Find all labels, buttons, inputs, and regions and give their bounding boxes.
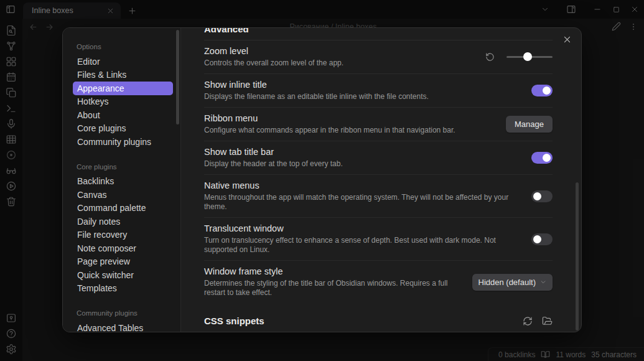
window-frame-style-dropdown[interactable]: Hidden (default) xyxy=(472,274,553,291)
nav-item-templates[interactable]: Templates xyxy=(73,282,173,296)
setting-name: Translucent window xyxy=(204,223,519,233)
setting-name: Window frame style xyxy=(204,266,460,276)
refresh-icon[interactable] xyxy=(523,316,533,326)
setting-desc: Configure what commands appear in the ri… xyxy=(204,126,493,135)
nav-item-about[interactable]: About xyxy=(73,108,173,122)
setting-desc: Turn on translucency effect to enhance a… xyxy=(204,236,519,255)
settings-content: Advanced Zoom level Controls the overall… xyxy=(181,28,581,332)
nav-heading-community-plugins: Community plugins xyxy=(73,309,173,317)
nav-item-core-plugins[interactable]: Core plugins xyxy=(73,122,173,136)
setting-row-native-menus: Native menus Menus throughout the app wi… xyxy=(204,175,553,218)
section-title-advanced: Advanced xyxy=(204,28,553,40)
nav-item-files-links[interactable]: Files & Links xyxy=(73,68,173,82)
nav-item-command-palette[interactable]: Command palette xyxy=(73,202,173,215)
setting-name: Ribbon menu xyxy=(204,113,493,123)
setting-row-show-tab-title-bar: Show tab title bar Display the header at… xyxy=(204,141,553,175)
setting-row-translucent-window: Translucent window Turn on translucency … xyxy=(204,218,553,261)
modal-close-icon[interactable] xyxy=(561,34,573,45)
nav-item-hotkeys[interactable]: Hotkeys xyxy=(73,95,173,109)
folder-open-icon[interactable] xyxy=(542,316,553,326)
native-menus-toggle[interactable] xyxy=(531,190,553,202)
css-snippets-section: CSS snippets xyxy=(204,303,553,332)
nav-heading-core-plugins: Core plugins xyxy=(73,163,173,171)
setting-desc: Determines the styling of the title bar … xyxy=(204,279,460,298)
setting-desc: Menus throughout the app will match the … xyxy=(204,193,519,212)
setting-name: Show tab title bar xyxy=(204,147,519,157)
manage-button[interactable]: Manage xyxy=(506,116,553,133)
zoom-slider[interactable] xyxy=(506,56,553,58)
show-tab-title-bar-toggle[interactable] xyxy=(531,152,553,164)
setting-row-window-frame-style: Window frame style Determines the stylin… xyxy=(204,261,553,303)
nav-item-advanced-tables[interactable]: Advanced Tables xyxy=(73,321,173,332)
nav-item-community-plugins[interactable]: Community plugins xyxy=(73,135,173,149)
nav-item-appearance[interactable]: Appearance xyxy=(73,82,173,95)
nav-scrollbar[interactable] xyxy=(176,30,179,124)
nav-heading-options: Options xyxy=(73,43,173,50)
setting-name: Show inline title xyxy=(204,80,519,90)
obsidian-window: Inline boxes xyxy=(0,0,644,361)
slider-thumb[interactable] xyxy=(523,52,532,61)
setting-row-show-inline-title: Show inline title Displays the filename … xyxy=(204,74,553,108)
nav-item-editor[interactable]: Editor xyxy=(73,55,173,68)
nav-item-file-recovery[interactable]: File recovery xyxy=(73,228,173,242)
reset-icon[interactable] xyxy=(485,52,495,62)
dropdown-value: Hidden (default) xyxy=(478,278,536,287)
nav-item-daily-notes[interactable]: Daily notes xyxy=(73,215,173,228)
show-inline-title-toggle[interactable] xyxy=(531,85,553,96)
setting-row-ribbon-menu: Ribbon menu Configure what commands appe… xyxy=(204,108,553,141)
setting-desc: Controls the overall zoom level of the a… xyxy=(204,59,473,68)
settings-modal: Options Editor Files & Links Appearance … xyxy=(62,27,582,332)
setting-row-zoom-level: Zoom level Controls the overall zoom lev… xyxy=(204,40,553,74)
setting-desc: Display the header at the top of every t… xyxy=(204,159,519,169)
content-scrollbar[interactable] xyxy=(576,182,579,331)
nav-item-page-preview[interactable]: Page preview xyxy=(73,255,173,269)
setting-desc: Displays the filename as an editable tit… xyxy=(204,92,519,101)
setting-name: Zoom level xyxy=(204,46,473,56)
nav-item-note-composer[interactable]: Note composer xyxy=(73,241,173,255)
section-title-css-snippets: CSS snippets xyxy=(204,316,523,326)
nav-item-canvas[interactable]: Canvas xyxy=(73,188,173,202)
translucent-window-toggle[interactable] xyxy=(531,233,553,245)
nav-item-quick-switcher[interactable]: Quick switcher xyxy=(73,268,173,282)
nav-item-backlinks[interactable]: Backlinks xyxy=(73,175,173,189)
settings-nav: Options Editor Files & Links Appearance … xyxy=(63,28,181,332)
setting-name: Native menus xyxy=(204,180,519,190)
